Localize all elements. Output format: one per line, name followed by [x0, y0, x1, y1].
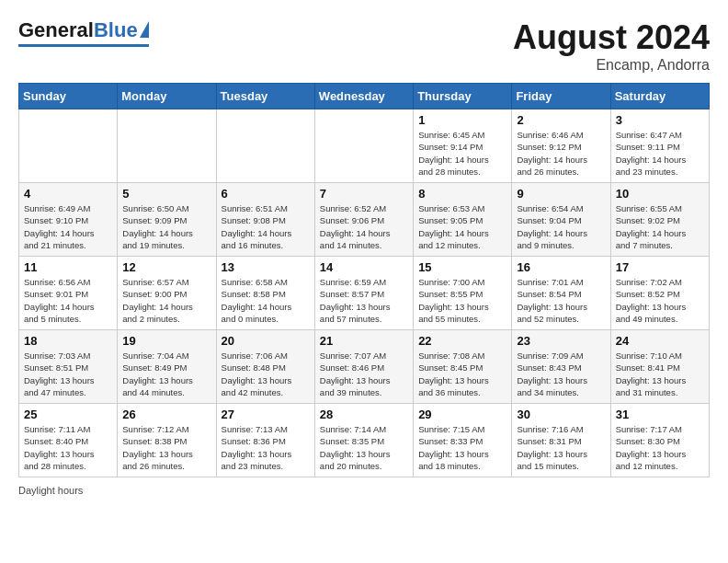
day-number: 31: [616, 408, 704, 421]
day-info: Sunrise: 7:07 AM Sunset: 8:46 PM Dayligh…: [320, 350, 408, 398]
calendar-cell: 9Sunrise: 6:54 AM Sunset: 9:04 PM Daylig…: [512, 183, 610, 257]
calendar-cell: [118, 109, 216, 183]
calendar-cell: 5Sunrise: 6:50 AM Sunset: 9:09 PM Daylig…: [118, 183, 216, 257]
calendar-cell: 26Sunrise: 7:12 AM Sunset: 8:38 PM Dayli…: [118, 404, 216, 477]
calendar-cell: 7Sunrise: 6:52 AM Sunset: 9:06 PM Daylig…: [314, 183, 413, 257]
day-number: 9: [517, 187, 605, 201]
day-number: 25: [24, 408, 112, 421]
day-number: 6: [222, 187, 310, 201]
day-number: 27: [222, 408, 310, 421]
day-number: 26: [122, 408, 210, 421]
day-info: Sunrise: 7:16 AM Sunset: 8:31 PM Dayligh…: [517, 423, 605, 472]
day-info: Sunrise: 7:06 AM Sunset: 8:48 PM Dayligh…: [222, 350, 310, 398]
footer: Daylight hours: [18, 485, 710, 496]
calendar-cell: 6Sunrise: 6:51 AM Sunset: 9:08 PM Daylig…: [216, 183, 314, 257]
day-number: 3: [616, 113, 704, 127]
logo-icon: [140, 21, 149, 38]
day-info: Sunrise: 6:55 AM Sunset: 9:02 PM Dayligh…: [616, 202, 704, 251]
day-number: 30: [517, 408, 605, 421]
day-number: 4: [24, 187, 112, 201]
day-info: Sunrise: 6:58 AM Sunset: 8:58 PM Dayligh…: [222, 276, 310, 325]
calendar-cell: 19Sunrise: 7:04 AM Sunset: 8:49 PM Dayli…: [118, 330, 216, 404]
day-info: Sunrise: 6:45 AM Sunset: 9:14 PM Dayligh…: [418, 129, 506, 178]
calendar-cell: 28Sunrise: 7:14 AM Sunset: 8:35 PM Dayli…: [314, 404, 413, 477]
calendar-cell: 24Sunrise: 7:10 AM Sunset: 8:41 PM Dayli…: [610, 330, 709, 404]
calendar-cell: 25Sunrise: 7:11 AM Sunset: 8:40 PM Dayli…: [19, 404, 118, 477]
col-header-friday: Friday: [512, 84, 610, 109]
calendar-cell: 15Sunrise: 7:00 AM Sunset: 8:55 PM Dayli…: [414, 257, 512, 330]
calendar-cell: 13Sunrise: 6:58 AM Sunset: 8:58 PM Dayli…: [216, 257, 314, 330]
day-info: Sunrise: 6:57 AM Sunset: 9:00 PM Dayligh…: [122, 276, 210, 325]
day-info: Sunrise: 6:46 AM Sunset: 9:12 PM Dayligh…: [517, 129, 605, 178]
calendar-cell: 16Sunrise: 7:01 AM Sunset: 8:54 PM Dayli…: [512, 257, 610, 330]
day-info: Sunrise: 6:54 AM Sunset: 9:04 PM Dayligh…: [517, 202, 605, 251]
day-info: Sunrise: 7:13 AM Sunset: 8:36 PM Dayligh…: [222, 423, 310, 472]
week-row-5: 25Sunrise: 7:11 AM Sunset: 8:40 PM Dayli…: [19, 404, 710, 477]
week-row-2: 4Sunrise: 6:49 AM Sunset: 9:10 PM Daylig…: [19, 183, 710, 257]
calendar-cell: 3Sunrise: 6:47 AM Sunset: 9:11 PM Daylig…: [610, 109, 709, 183]
calendar-cell: 23Sunrise: 7:09 AM Sunset: 8:43 PM Dayli…: [512, 330, 610, 404]
day-number: 7: [320, 187, 408, 201]
calendar-cell: [216, 109, 314, 183]
day-number: 2: [517, 113, 605, 127]
calendar-cell: 14Sunrise: 6:59 AM Sunset: 8:57 PM Dayli…: [314, 257, 413, 330]
col-header-wednesday: Wednesday: [314, 84, 413, 109]
day-number: 17: [616, 260, 704, 274]
day-number: 10: [616, 187, 704, 201]
day-info: Sunrise: 7:14 AM Sunset: 8:35 PM Dayligh…: [320, 423, 408, 472]
day-info: Sunrise: 6:56 AM Sunset: 9:01 PM Dayligh…: [24, 276, 112, 325]
day-number: 21: [320, 334, 408, 348]
calendar-cell: 4Sunrise: 6:49 AM Sunset: 9:10 PM Daylig…: [19, 183, 118, 257]
day-info: Sunrise: 6:52 AM Sunset: 9:06 PM Dayligh…: [320, 202, 408, 251]
day-info: Sunrise: 7:10 AM Sunset: 8:41 PM Dayligh…: [616, 350, 704, 398]
day-number: 24: [616, 334, 704, 348]
daylight-label: Daylight hours: [18, 485, 83, 496]
day-info: Sunrise: 6:49 AM Sunset: 9:10 PM Dayligh…: [24, 202, 112, 251]
calendar-cell: 11Sunrise: 6:56 AM Sunset: 9:01 PM Dayli…: [19, 257, 118, 330]
calendar-cell: 22Sunrise: 7:08 AM Sunset: 8:45 PM Dayli…: [414, 330, 512, 404]
calendar-cell: 21Sunrise: 7:07 AM Sunset: 8:46 PM Dayli…: [314, 330, 413, 404]
day-number: 8: [418, 187, 506, 201]
day-number: 18: [24, 334, 112, 348]
day-number: 13: [222, 260, 310, 274]
week-row-3: 11Sunrise: 6:56 AM Sunset: 9:01 PM Dayli…: [19, 257, 710, 330]
day-info: Sunrise: 6:47 AM Sunset: 9:11 PM Dayligh…: [616, 129, 704, 178]
calendar-cell: 18Sunrise: 7:03 AM Sunset: 8:51 PM Dayli…: [19, 330, 118, 404]
day-info: Sunrise: 7:01 AM Sunset: 8:54 PM Dayligh…: [517, 276, 605, 325]
calendar-cell: 27Sunrise: 7:13 AM Sunset: 8:36 PM Dayli…: [216, 404, 314, 477]
day-number: 15: [418, 260, 506, 274]
day-info: Sunrise: 7:08 AM Sunset: 8:45 PM Dayligh…: [418, 350, 506, 398]
day-number: 12: [122, 260, 210, 274]
calendar-cell: 31Sunrise: 7:17 AM Sunset: 8:30 PM Dayli…: [610, 404, 709, 477]
day-info: Sunrise: 6:53 AM Sunset: 9:05 PM Dayligh…: [418, 202, 506, 251]
day-info: Sunrise: 7:09 AM Sunset: 8:43 PM Dayligh…: [517, 350, 605, 398]
day-number: 1: [418, 113, 506, 127]
col-header-saturday: Saturday: [610, 84, 709, 109]
day-number: 16: [517, 260, 605, 274]
day-info: Sunrise: 7:00 AM Sunset: 8:55 PM Dayligh…: [418, 276, 506, 325]
month-year-title: August 2024: [513, 18, 710, 57]
day-info: Sunrise: 7:12 AM Sunset: 8:38 PM Dayligh…: [122, 423, 210, 472]
calendar-table: SundayMondayTuesdayWednesdayThursdayFrid…: [18, 83, 710, 477]
day-info: Sunrise: 6:51 AM Sunset: 9:08 PM Dayligh…: [222, 202, 310, 251]
day-info: Sunrise: 7:11 AM Sunset: 8:40 PM Dayligh…: [24, 423, 112, 472]
day-info: Sunrise: 7:02 AM Sunset: 8:52 PM Dayligh…: [616, 276, 704, 325]
calendar-cell: [314, 109, 413, 183]
calendar-cell: 29Sunrise: 7:15 AM Sunset: 8:33 PM Dayli…: [414, 404, 512, 477]
header-row: SundayMondayTuesdayWednesdayThursdayFrid…: [19, 84, 710, 109]
day-number: 19: [122, 334, 210, 348]
calendar-cell: 20Sunrise: 7:06 AM Sunset: 8:48 PM Dayli…: [216, 330, 314, 404]
logo-general: General: [18, 18, 94, 42]
day-number: 11: [24, 260, 112, 274]
logo-underline: [18, 44, 149, 47]
calendar-cell: 10Sunrise: 6:55 AM Sunset: 9:02 PM Dayli…: [610, 183, 709, 257]
day-info: Sunrise: 7:03 AM Sunset: 8:51 PM Dayligh…: [24, 350, 112, 398]
day-number: 20: [222, 334, 310, 348]
day-number: 28: [320, 408, 408, 421]
week-row-4: 18Sunrise: 7:03 AM Sunset: 8:51 PM Dayli…: [19, 330, 710, 404]
page-header: General Blue August 2024 Encamp, Andorra: [18, 18, 710, 74]
calendar-cell: 1Sunrise: 6:45 AM Sunset: 9:14 PM Daylig…: [414, 109, 512, 183]
day-info: Sunrise: 7:17 AM Sunset: 8:30 PM Dayligh…: [616, 423, 704, 472]
day-info: Sunrise: 7:04 AM Sunset: 8:49 PM Dayligh…: [122, 350, 210, 398]
day-number: 22: [418, 334, 506, 348]
